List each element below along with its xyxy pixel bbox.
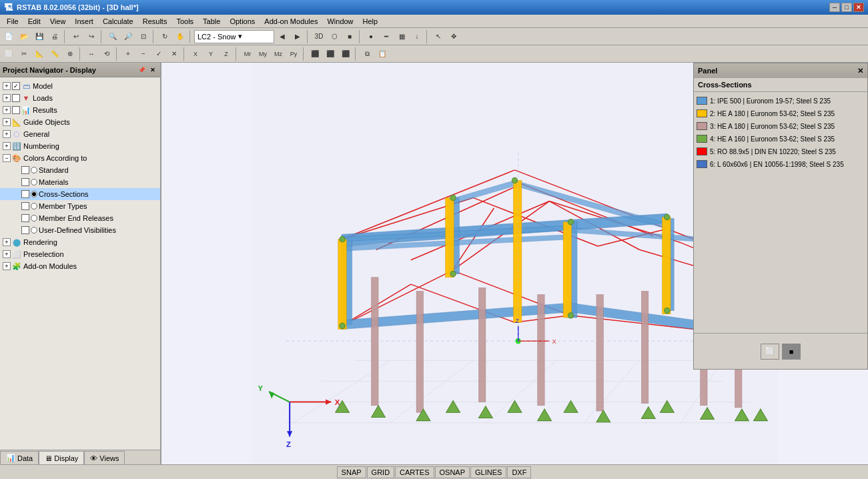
- radio-user-defined[interactable]: [31, 227, 37, 233]
- tb2-btn8[interactable]: +: [121, 47, 135, 61]
- tree-item-rendering[interactable]: + ⬤ Rendering: [0, 236, 160, 248]
- status-grid[interactable]: GRID: [367, 466, 395, 478]
- panel-icon-btn-1[interactable]: ⬜: [761, 344, 779, 360]
- expand-loads[interactable]: +: [3, 94, 11, 102]
- tb2-extra3[interactable]: ⬛: [338, 47, 353, 61]
- menu-table[interactable]: Table: [199, 16, 224, 27]
- checkbox-materials[interactable]: [21, 178, 29, 186]
- status-dxf[interactable]: DXF: [507, 466, 531, 478]
- fit-button[interactable]: ⊡: [136, 29, 151, 44]
- checkbox-user-defined[interactable]: [21, 226, 29, 234]
- tree-item-member-types[interactable]: Member Types: [0, 200, 160, 212]
- menu-window[interactable]: Window: [323, 16, 357, 27]
- expand-general[interactable]: +: [3, 130, 11, 138]
- tab-views[interactable]: 👁 Views: [84, 451, 125, 464]
- tree-item-guide[interactable]: + 📐 Guide Objects: [0, 116, 160, 128]
- menu-view[interactable]: View: [46, 16, 70, 27]
- prev-lc-button[interactable]: ◀: [275, 29, 290, 44]
- tb2-btn5[interactable]: ⊕: [63, 47, 77, 61]
- tb2-mr[interactable]: Mr: [240, 47, 255, 61]
- tb2-btn2[interactable]: ✂: [17, 47, 31, 61]
- checkbox-loads[interactable]: [12, 94, 20, 102]
- redo-button[interactable]: ↪: [84, 29, 99, 44]
- tree-item-general[interactable]: + ⬡ General: [0, 128, 160, 140]
- tb2-btn11[interactable]: ✕: [167, 47, 181, 61]
- checkbox-member-end-releases[interactable]: [21, 214, 29, 222]
- radio-materials[interactable]: [31, 179, 37, 185]
- menu-edit[interactable]: Edit: [24, 16, 45, 27]
- tb2-btn10[interactable]: ✓: [151, 47, 166, 61]
- radio-member-types[interactable]: [31, 203, 37, 209]
- tree-item-model[interactable]: + ✓ 🗃 Model: [0, 80, 160, 92]
- rotate-button[interactable]: ↻: [157, 29, 172, 44]
- tree-item-cross-sections[interactable]: Cross-Sections: [0, 188, 160, 200]
- tree-item-member-end-releases[interactable]: Member End Releases: [0, 212, 160, 224]
- tb2-btn4[interactable]: 📏: [47, 47, 62, 61]
- status-osnap[interactable]: OSNAP: [435, 466, 470, 478]
- close-button[interactable]: ✕: [853, 3, 864, 12]
- tree-item-results[interactable]: + 📊 Results: [0, 104, 160, 116]
- maximize-button[interactable]: □: [841, 3, 852, 12]
- expand-addon[interactable]: +: [3, 262, 11, 270]
- wireframe-button[interactable]: ⬡: [327, 29, 342, 44]
- select-btn[interactable]: ↖: [431, 29, 446, 44]
- tb2-xyz-y[interactable]: Y: [203, 47, 218, 61]
- print-button[interactable]: 🖨: [47, 29, 62, 44]
- member-btn[interactable]: ━: [379, 29, 394, 44]
- next-lc-button[interactable]: ▶: [290, 29, 305, 44]
- expand-model[interactable]: +: [3, 82, 11, 90]
- pin-button[interactable]: 📌: [136, 66, 147, 74]
- expand-colors[interactable]: −: [3, 154, 11, 162]
- load-btn[interactable]: ↓: [410, 29, 424, 44]
- checkbox-model[interactable]: ✓: [12, 82, 20, 90]
- surface-btn[interactable]: ▦: [394, 29, 409, 44]
- tb2-extra1[interactable]: ⬛: [308, 47, 322, 61]
- panel-close-button[interactable]: ✕: [148, 66, 157, 74]
- expand-numbering[interactable]: +: [3, 142, 11, 150]
- tree-item-standard[interactable]: Standard: [0, 164, 160, 176]
- tb2-btn7[interactable]: ⟲: [99, 47, 114, 61]
- tb2-xyz-x[interactable]: X: [188, 47, 203, 61]
- zoom-in-button[interactable]: 🔍: [105, 29, 120, 44]
- tab-display[interactable]: 🖥 Display: [39, 451, 84, 464]
- tree-item-loads[interactable]: + ▼ Loads: [0, 92, 160, 104]
- node-btn[interactable]: ●: [364, 29, 378, 44]
- menu-help[interactable]: Help: [359, 16, 382, 27]
- radio-cross-sections[interactable]: [31, 191, 37, 197]
- tb2-btn1[interactable]: ⬜: [1, 47, 16, 61]
- panel-icon-btn-2[interactable]: ■: [782, 344, 801, 360]
- tb2-py[interactable]: Py: [286, 47, 301, 61]
- tb2-extra2[interactable]: ⬛: [323, 47, 338, 61]
- move-btn[interactable]: ✥: [446, 29, 461, 44]
- 3d-view-button[interactable]: 3D: [312, 29, 326, 44]
- menu-addon[interactable]: Add-on Modules: [260, 16, 322, 27]
- tree-item-user-defined[interactable]: User-Defined Visibilities: [0, 224, 160, 236]
- new-button[interactable]: 📄: [1, 29, 16, 44]
- menu-tools[interactable]: Tools: [172, 16, 197, 27]
- undo-button[interactable]: ↩: [69, 29, 83, 44]
- tb2-paste[interactable]: 📋: [375, 47, 390, 61]
- viewport[interactable]: X Y Z X Z Panel: [161, 63, 868, 464]
- tb2-xyz-z[interactable]: Z: [219, 47, 234, 61]
- radio-member-end-releases[interactable]: [31, 215, 37, 221]
- zoom-out-button[interactable]: 🔎: [121, 29, 135, 44]
- tb2-btn9[interactable]: −: [136, 47, 151, 61]
- checkbox-results[interactable]: [12, 106, 20, 114]
- tree-item-numbering[interactable]: + 🔢 Numbering: [0, 140, 160, 152]
- tb2-btn3[interactable]: 📐: [32, 47, 47, 61]
- expand-rendering[interactable]: +: [3, 238, 11, 246]
- load-case-dropdown[interactable]: LC2 - Snow ▾: [194, 30, 274, 43]
- tb2-copy[interactable]: ⧉: [360, 47, 374, 61]
- tree-item-colors[interactable]: − 🎨 Colors According to: [0, 152, 160, 164]
- status-glines[interactable]: GLINES: [470, 466, 506, 478]
- radio-standard[interactable]: [31, 167, 37, 173]
- checkbox-member-types[interactable]: [21, 202, 29, 210]
- expand-guide[interactable]: +: [3, 118, 11, 126]
- menu-insert[interactable]: Insert: [71, 16, 97, 27]
- tab-data[interactable]: 📊 Data: [0, 451, 39, 464]
- checkbox-standard[interactable]: [21, 166, 29, 174]
- tb2-mz[interactable]: Mz: [271, 47, 286, 61]
- tb2-btn6[interactable]: ↔: [84, 47, 99, 61]
- expand-results[interactable]: +: [3, 106, 11, 114]
- tb2-my[interactable]: My: [256, 47, 270, 61]
